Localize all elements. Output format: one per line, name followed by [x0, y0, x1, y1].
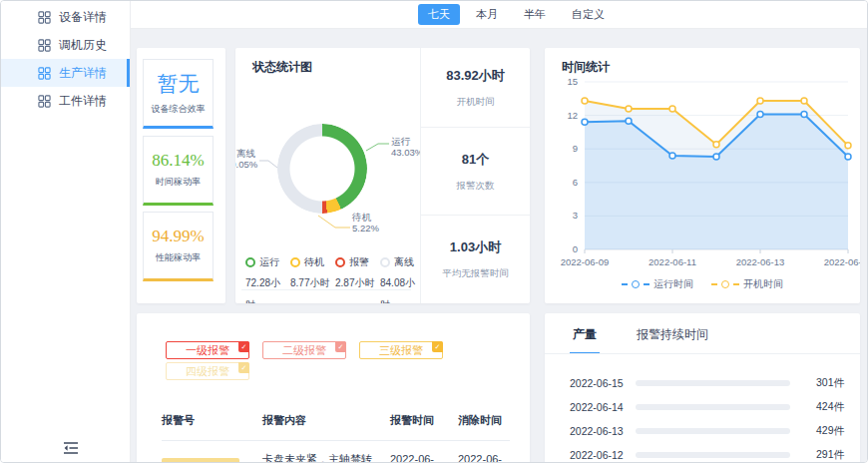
stat-power-on-time: 83.92小时 开机时间 [421, 48, 530, 128]
alarm-content: 卡盘未夹紧，主轴禁转。 [262, 452, 390, 462]
tab-separator [545, 353, 860, 354]
filter-level-4-button[interactable]: 四级报警 ✓ [166, 362, 249, 380]
sidebar-item-workpiece-detail[interactable]: 工件详情 [1, 87, 130, 115]
legend-ring-icon [335, 257, 345, 267]
callout-offline: 离线 50.05% [235, 148, 257, 170]
alarm-time: 2022-06-15 [390, 452, 440, 462]
sidebar-nav: 设备详情 调机历史 生产详情 工件详情 [1, 1, 130, 115]
callout-running: 运行 43.03% [391, 136, 420, 158]
sidebar-item-production-detail[interactable]: 生产详情 [1, 59, 130, 87]
sidebar-item-label: 调机历史 [59, 37, 107, 54]
production-date: 2022-06-12 [570, 449, 628, 461]
legend-value: 8.77小时 [290, 272, 330, 294]
stat-mean-time-no-alarm: 1.03小时 平均无报警时间 [421, 216, 530, 303]
legend-line-icon [711, 283, 717, 285]
column-header: 消除时间 [458, 413, 510, 428]
tab-custom[interactable]: 自定义 [572, 4, 605, 25]
summary-stats: 83.92小时 开机时间 81个 报警次数 1.03小时 平均无报警时间 [420, 48, 530, 303]
main-content: 暂无 设备综合效率 86.14% 时间稼动率 94.99% 性能稼动率 状态统计… [131, 29, 867, 462]
topbar: 七天 本月 半年 自定义 [131, 1, 867, 29]
sidebar-item-label: 工件详情 [59, 93, 107, 110]
check-icon: ✓ [238, 341, 249, 352]
table-row: 卡盘未夹紧，主轴禁转。 2022-06-15 2022-06-15 [162, 441, 510, 462]
production-value: 429件 [800, 424, 844, 438]
legend-ring-icon [290, 257, 300, 267]
clear-time: 2022-06-15 [458, 452, 508, 462]
tab-half-year[interactable]: 半年 [524, 4, 546, 25]
column-header: 报警内容 [262, 413, 390, 428]
sidebar-item-device-detail[interactable]: 设备详情 [1, 3, 130, 31]
tab-production[interactable]: 产量 [570, 313, 600, 354]
filter-level-3-button[interactable]: 三级报警 ✓ [359, 341, 443, 359]
sidebar-item-label: 设备详情 [59, 9, 107, 26]
legend-standby: 待机 8.77小时 [290, 255, 335, 303]
svg-text:2022-06-11: 2022-06-11 [649, 256, 696, 267]
check-icon: ✓ [335, 341, 346, 352]
kpi-oee: 暂无 设备综合效率 [143, 59, 214, 129]
grid-icon [38, 67, 51, 80]
alarm-code-badge [162, 458, 239, 462]
svg-text:12: 12 [567, 110, 578, 121]
tab-alarm-duration[interactable]: 报警持续时间 [634, 313, 711, 354]
legend-value: 2.87小时 [335, 272, 375, 294]
production-value: 424件 [800, 400, 844, 414]
grid-icon [38, 95, 51, 108]
production-list: 2022-06-15 301件 2022-06-14 424件 2022-06-… [570, 371, 844, 462]
sidebar-item-tuning-history[interactable]: 调机历史 [1, 31, 130, 59]
status-donut-chart: 状态统计图 运行 43.03% 待机 5.22% 离线 50.05% [235, 48, 420, 303]
svg-text:0: 0 [573, 243, 578, 254]
legend-ring-icon [380, 257, 390, 267]
legend-alarm: 报警 2.87小时 [335, 255, 380, 303]
production-date: 2022-06-14 [570, 401, 628, 413]
svg-text:15: 15 [567, 76, 578, 87]
date-range-tabs: 七天 本月 半年 自定义 [418, 4, 631, 25]
kpi-label: 性能稼动率 [156, 251, 201, 264]
filter-level-2-button[interactable]: 二级报警 ✓ [262, 341, 346, 359]
dashboard-window: 设备详情 调机历史 生产详情 工件详情 七天 本月 半年 自定义 [0, 0, 868, 463]
kpi-value: 暂无 [158, 70, 200, 98]
alarm-table: 报警号 报警内容 报警时间 消除时间 卡盘未夹紧，主轴禁转。 2022-06-1… [162, 405, 510, 462]
time-chart-legend: 运行时间 开机时间 [545, 277, 860, 291]
kpi-performance-utilization: 94.99% 性能稼动率 [143, 212, 214, 281]
callout-standby: 待机 5.22% [352, 212, 379, 233]
svg-text:9: 9 [573, 143, 578, 154]
production-panel: 产量 报警持续时间 2022-06-15 301件 2022-06-14 424… [545, 313, 860, 462]
tab-this-month[interactable]: 本月 [476, 4, 498, 25]
grid-icon [38, 11, 51, 24]
kpi-value: 86.14% [152, 151, 204, 171]
legend-line-icon [622, 283, 628, 285]
kpi-label: 设备综合效率 [152, 103, 206, 116]
production-value: 291件 [800, 448, 844, 462]
legend-running: 运行 72.28小时 [245, 255, 290, 303]
status-statistics-card: 状态统计图 运行 43.03% 待机 5.22% 离线 50.05% [235, 48, 530, 303]
grid-icon [38, 39, 51, 52]
legend-running-time[interactable]: 运行时间 [622, 277, 693, 291]
sidebar-item-label: 生产详情 [59, 65, 107, 82]
check-icon: ✓ [238, 362, 249, 373]
sidebar: 设备详情 调机历史 生产详情 工件详情 [1, 1, 131, 462]
svg-text:2022-06-09: 2022-06-09 [561, 256, 610, 267]
production-bar-track [636, 404, 790, 410]
legend-value: 72.28小时 [245, 272, 285, 303]
time-line-chart: 036912152022-06-092022-06-112022-06-1320… [545, 74, 860, 271]
production-value: 301件 [800, 376, 844, 390]
check-icon: ✓ [432, 341, 443, 352]
list-item: 2022-06-13 429件 [570, 419, 844, 443]
svg-text:6: 6 [573, 177, 578, 188]
list-item: 2022-06-14 424件 [570, 395, 844, 419]
filter-level-1-button[interactable]: 一级报警 ✓ [166, 341, 249, 359]
tab-seven-days[interactable]: 七天 [418, 4, 460, 25]
legend-ring-icon [632, 280, 640, 288]
kpi-time-utilization: 86.14% 时间稼动率 [143, 136, 214, 206]
collapse-sidebar-icon[interactable] [63, 441, 79, 455]
column-header: 报警时间 [390, 413, 458, 428]
kpi-value: 94.99% [152, 227, 204, 246]
time-statistics-card: 时间统计 036912152022-06-092022-06-112022-06… [545, 48, 860, 303]
legend-line-icon [733, 283, 739, 285]
kpi-card: 暂无 设备综合效率 86.14% 时间稼动率 94.99% 性能稼动率 [137, 48, 225, 303]
legend-ring-icon [721, 280, 729, 288]
donut-legend: 运行 72.28小时 待机 8.77小时 报警 2.87小时 离线 84.08小… [245, 255, 420, 303]
legend-offline: 离线 84.08小时 [380, 255, 420, 303]
legend-poweron-time[interactable]: 开机时间 [711, 277, 783, 291]
svg-text:2022-06-15: 2022-06-15 [824, 256, 860, 267]
